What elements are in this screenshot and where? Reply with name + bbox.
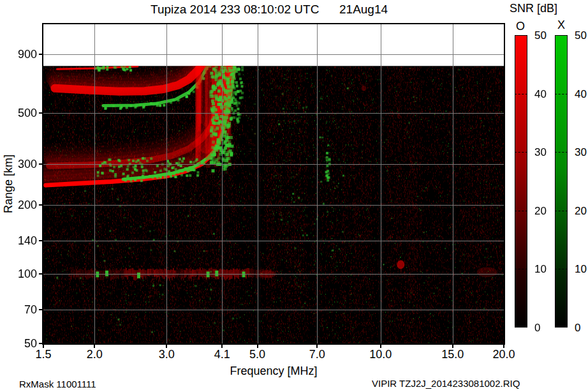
x-tick-label: 7.0 xyxy=(309,348,325,361)
x-tick-label: 15.0 xyxy=(441,348,464,361)
x-tick-label: 2.0 xyxy=(87,348,103,361)
colorbar-tick xyxy=(555,94,568,94)
x-tick-label: 20.0 xyxy=(492,348,515,361)
y-tick-label: 50 xyxy=(9,337,37,351)
x-tick-label: 4.1 xyxy=(214,348,230,361)
y-tick-label: 100 xyxy=(9,268,37,281)
colorbar-tick-label: 30 xyxy=(534,146,547,159)
colorbar-tick xyxy=(515,94,527,94)
colorbar-tick xyxy=(555,269,568,269)
y-axis-tick xyxy=(39,54,42,55)
o-mode-colorbar xyxy=(515,35,527,328)
colorbar-tick xyxy=(555,152,568,153)
y-axis-tick xyxy=(39,240,42,241)
y-axis-tick xyxy=(39,343,42,344)
x-mode-label: X xyxy=(555,19,568,32)
colorbar-tick xyxy=(555,211,568,211)
colorbar-tick-label: 40 xyxy=(575,88,587,101)
title-date: 21Aug14 xyxy=(339,3,388,17)
y-axis-tick xyxy=(39,204,42,206)
colorbar-tick-label: 30 xyxy=(575,146,587,159)
data-file-annotation: VIPIR TZJ2J_2014233081002.RIQ xyxy=(372,378,520,389)
y-axis-tick xyxy=(39,309,42,310)
colorbar-tick-label: 20 xyxy=(575,205,587,218)
colorbar-tick-label: 20 xyxy=(534,205,547,218)
x-mode-colorbar xyxy=(555,35,568,328)
o-mode-label: O xyxy=(514,20,527,33)
y-tick-label: 200 xyxy=(9,199,37,212)
colorbar-tick-label: 0 xyxy=(534,322,540,335)
y-axis-tick xyxy=(39,163,42,165)
y-axis-tick xyxy=(39,273,42,275)
rxmask-annotation: RxMask 11001111 xyxy=(19,379,96,389)
colorbar-tick-label: 40 xyxy=(534,88,547,101)
y-tick-label: 140 xyxy=(9,234,37,248)
y-tick-label: 900 xyxy=(9,48,37,61)
y-tick-label: 70 xyxy=(9,303,37,317)
colorbar-tick xyxy=(515,211,527,211)
colorbar-tick xyxy=(515,269,527,269)
x-tick-label: 1.5 xyxy=(35,348,51,361)
y-tick-label: 300 xyxy=(9,158,37,171)
colorbar-tick-label: 0 xyxy=(575,322,580,335)
colorbar-tick-label: 50 xyxy=(575,29,587,42)
x-axis-title: Frequency [MHz] xyxy=(230,365,317,378)
x-tick-label: 5.0 xyxy=(249,348,265,361)
x-tick-label: 10.0 xyxy=(369,348,392,361)
y-axis-tick xyxy=(39,112,42,114)
page-title: Tupiza 2014 233 08:10:02 UTC xyxy=(151,3,319,17)
colorbar-tick-label: 10 xyxy=(575,263,587,276)
x-tick-label: 3.0 xyxy=(159,348,175,361)
ionogram-figure: Tupiza 2014 233 08:10:02 UTC 21Aug14 Ran… xyxy=(0,0,588,392)
colorbar-tick-label: 50 xyxy=(534,29,547,42)
y-tick-label: 500 xyxy=(9,107,37,120)
colorbar-tick-label: 10 xyxy=(534,263,547,276)
colorbar-title: SNR [dB] xyxy=(510,2,557,15)
colorbar-tick xyxy=(515,152,527,153)
ionogram-plot-canvas xyxy=(43,24,504,343)
